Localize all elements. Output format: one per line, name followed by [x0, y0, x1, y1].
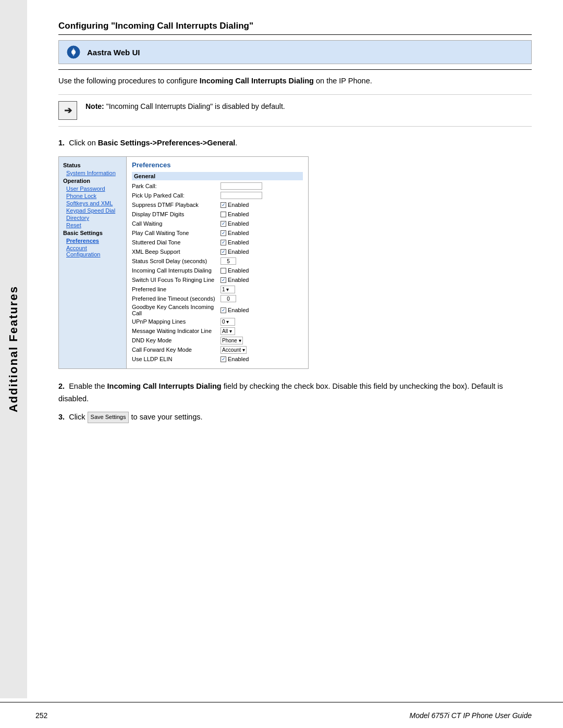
ss-softkeys-xml[interactable]: Softkeys and XML — [59, 200, 126, 207]
ss-label-park-call: Park Call: — [132, 183, 221, 189]
ss-label-display-dtmf: Display DTMF Digits — [132, 211, 221, 217]
aastra-box: Aastra Web UI — [58, 40, 532, 64]
ss-value-incoming-call-interrupts: Enabled — [221, 267, 249, 274]
ss-select-mwi[interactable]: All ▾ — [221, 327, 235, 335]
intro-text: Use the following procedures to configur… — [58, 75, 532, 87]
ss-value-play-call-waiting: Enabled — [221, 230, 249, 236]
ss-general-section: General — [132, 172, 303, 180]
ss-label-suppress-dtmf: Suppress DTMF Playback — [132, 202, 221, 208]
ss-checkbox-display-dtmf[interactable] — [221, 212, 226, 217]
ss-row-mwi: Message Waiting Indicator Line All ▾ — [132, 327, 303, 335]
ss-value-goodbye-key: Enabled — [221, 307, 249, 313]
ss-row-stuttered-dial: Stuttered Dial Tone Enabled — [132, 238, 303, 246]
ss-label-xml-beep: XML Beep Support — [132, 249, 221, 255]
divider-aastra — [58, 69, 532, 70]
screenshot: Status System Information Operation User… — [58, 156, 309, 369]
ss-select-preferred-line[interactable]: 1 ▾ — [221, 286, 235, 293]
ss-label-status-scroll: Status Scroll Delay (seconds) — [132, 258, 221, 264]
ss-textbox-park-call[interactable] — [221, 182, 262, 190]
ss-row-preferred-timeout: Preferred line Timeout (seconds) 0 — [132, 294, 303, 303]
note-box: ➔ Note: "Incoming Call Interrupts Dialin… — [58, 94, 532, 127]
ss-basic-settings-section: Basic Settings — [59, 229, 126, 237]
ss-label-preferred-line: Preferred line — [132, 286, 221, 292]
footer-title: Model 6757i CT IP Phone User Guide — [410, 711, 532, 720]
ss-main-panel: Preferences General Park Call: Pick Up P… — [127, 157, 308, 368]
ss-row-display-dtmf: Display DTMF Digits Enabled — [132, 210, 303, 218]
ss-phone-lock[interactable]: Phone Lock — [59, 192, 126, 200]
main-content: Configuring "Incoming Call Interrupts Di… — [27, 0, 563, 698]
ss-enabled-goodbye-key: Enabled — [228, 307, 249, 313]
ss-user-password[interactable]: User Password — [59, 185, 126, 192]
footer: 252 Model 6757i CT IP Phone User Guide — [0, 702, 563, 728]
ss-row-pickup-parked: Pick Up Parked Call: — [132, 191, 303, 200]
ss-sidebar: Status System Information Operation User… — [59, 157, 127, 368]
ss-checkbox-lldp[interactable] — [221, 356, 226, 362]
ss-row-play-call-waiting: Play Call Waiting Tone Enabled — [132, 229, 303, 237]
ss-enabled-display-dtmf: Enabled — [228, 211, 249, 217]
step-1: 1. Click on Basic Settings->Preferences-… — [58, 137, 532, 149]
ss-row-park-call: Park Call: — [132, 182, 303, 190]
ss-system-info[interactable]: System Information — [59, 169, 126, 177]
ss-label-incoming-call-interrupts: Incoming Call Interrupts Dialing — [132, 267, 221, 274]
ss-label-stuttered-dial: Stuttered Dial Tone — [132, 239, 221, 245]
ss-value-pickup-parked — [221, 192, 262, 199]
ss-value-suppress-dtmf: Enabled — [221, 202, 249, 208]
ss-value-stuttered-dial: Enabled — [221, 239, 249, 245]
ss-enabled-switch-ui: Enabled — [228, 277, 249, 283]
ss-row-suppress-dtmf: Suppress DTMF Playback Enabled — [132, 201, 303, 209]
ss-reset[interactable]: Reset — [59, 221, 126, 229]
ss-label-goodbye-key: Goodbye Key Cancels Incoming Call — [132, 304, 221, 316]
sidebar: Additional Features — [0, 0, 27, 698]
ss-operation-section: Operation — [59, 177, 126, 185]
ss-value-preferred-line: 1 ▾ — [221, 286, 235, 293]
ss-label-pickup-parked: Pick Up Parked Call: — [132, 192, 221, 199]
ss-row-status-scroll: Status Scroll Delay (seconds) 5 — [132, 257, 303, 265]
ss-label-upnp: UPnP Mapping Lines — [132, 318, 221, 325]
aastra-icon — [66, 45, 81, 59]
ss-label-preferred-timeout: Preferred line Timeout (seconds) — [132, 295, 221, 302]
ss-directory[interactable]: Directory — [59, 214, 126, 221]
step-2: 2. Enable the Incoming Call Interrupts D… — [58, 380, 532, 404]
ss-row-call-waiting: Call Waiting Enabled — [132, 219, 303, 228]
ss-checkbox-switch-ui[interactable] — [221, 277, 226, 283]
ss-label-call-waiting: Call Waiting — [132, 220, 221, 227]
ss-value-mwi: All ▾ — [221, 327, 235, 335]
ss-checkbox-xml-beep[interactable] — [221, 249, 226, 255]
ss-textbox-status-scroll[interactable]: 5 — [221, 257, 236, 265]
ss-textbox-pickup-parked[interactable] — [221, 192, 262, 199]
ss-checkbox-incoming-call-interrupts[interactable] — [221, 268, 226, 274]
ss-enabled-call-waiting: Enabled — [228, 220, 249, 227]
ss-checkbox-play-call-waiting[interactable] — [221, 230, 226, 236]
ss-row-switch-ui: Switch UI Focus To Ringing Line Enabled — [132, 276, 303, 284]
ss-label-lldp: Use LLDP ELIN — [132, 356, 221, 362]
ss-preferences[interactable]: Preferences — [59, 237, 126, 244]
ss-checkbox-goodbye-key[interactable] — [221, 307, 226, 313]
ss-row-xml-beep: XML Beep Support Enabled — [132, 248, 303, 256]
ss-row-preferred-line: Preferred line 1 ▾ — [132, 285, 303, 293]
save-settings-button[interactable]: Save Settings — [88, 412, 129, 423]
ss-checkbox-suppress-dtmf[interactable] — [221, 202, 226, 208]
ss-enabled-suppress-dtmf: Enabled — [228, 202, 249, 208]
ss-row-lldp: Use LLDP ELIN Enabled — [132, 355, 303, 363]
ss-enabled-lldp: Enabled — [228, 356, 249, 362]
ss-label-switch-ui: Switch UI Focus To Ringing Line — [132, 277, 221, 283]
ss-enabled-stuttered-dial: Enabled — [228, 239, 249, 245]
ss-value-preferred-timeout: 0 — [221, 295, 236, 302]
ss-row-goodbye-key: Goodbye Key Cancels Incoming Call Enable… — [132, 304, 303, 316]
ss-select-upnp[interactable]: 0 ▾ — [221, 318, 235, 326]
ss-select-call-forward-key[interactable]: Account ▾ — [221, 346, 247, 354]
ss-row-dnd-key: DND Key Mode Phone ▾ — [132, 336, 303, 344]
ss-select-dnd-key[interactable]: Phone ▾ — [221, 337, 243, 344]
footer-page-number: 252 — [35, 711, 47, 720]
note-text: Note: "Incoming Call Interrupts Dialing"… — [85, 101, 285, 112]
ss-checkbox-call-waiting[interactable] — [221, 221, 226, 227]
ss-label-play-call-waiting: Play Call Waiting Tone — [132, 230, 221, 236]
ss-value-xml-beep: Enabled — [221, 249, 249, 255]
ss-account-configuration[interactable]: Account Configuration — [59, 244, 126, 258]
ss-keypad-speed-dial[interactable]: Keypad Speed Dial — [59, 207, 126, 214]
ss-textbox-preferred-timeout[interactable]: 0 — [221, 295, 236, 302]
aastra-label: Aastra Web UI — [87, 48, 140, 57]
note-arrow-icon: ➔ — [58, 101, 77, 120]
ss-checkbox-stuttered-dial[interactable] — [221, 240, 226, 245]
ss-value-call-waiting: Enabled — [221, 220, 249, 227]
